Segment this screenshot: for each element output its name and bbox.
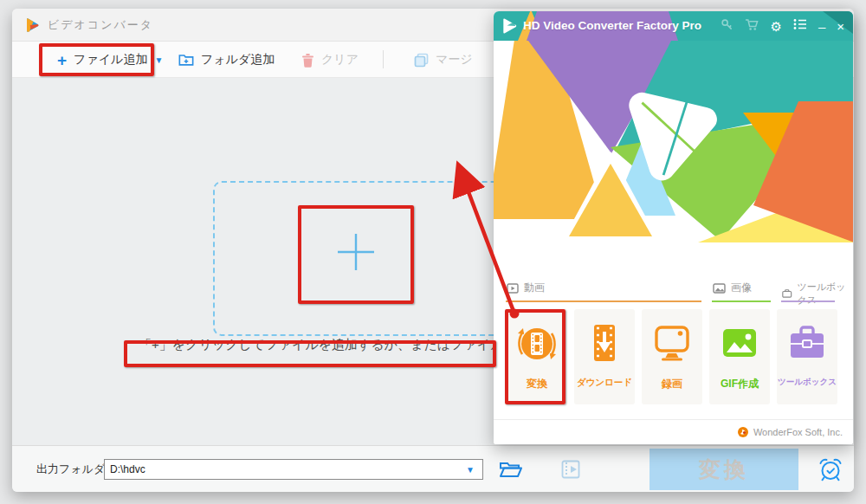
clear-button[interactable]: クリア [301, 44, 359, 75]
left-statusbar: 出力フォルダ: ▼ 変換 [12, 445, 854, 492]
record-icon [649, 320, 695, 368]
merge-label: マージ [436, 52, 473, 68]
desktop: ビデオコンバータ + ファイル追加 ▼ フォルダ追加 [0, 0, 866, 504]
download-icon [581, 320, 628, 368]
window-title: ビデオコンバータ [48, 17, 153, 33]
tile-toolbox-label: ツールボックス [778, 377, 837, 388]
video-tab-icon [507, 283, 519, 294]
tile-convert-label: 変換 [527, 377, 547, 391]
trash-icon [301, 53, 314, 68]
gif-icon [716, 320, 763, 368]
tile-download[interactable]: ダウンロード [574, 309, 635, 404]
film-file-icon [561, 460, 584, 479]
right-footer: WonderFox Soft, Inc. [494, 419, 853, 444]
fox-icon [737, 426, 749, 438]
schedule-button[interactable] [818, 457, 843, 485]
tile-record-label: 録画 [662, 377, 682, 391]
close-icon[interactable]: × [837, 20, 844, 33]
wonderfox-logo-icon [24, 17, 40, 33]
tile-download-label: ダウンロード [577, 377, 632, 389]
toolbar-separator [383, 50, 384, 68]
category-tabs: 動画 画像 ツールボックス [494, 277, 853, 305]
alarm-clock-icon [818, 457, 843, 481]
toolbox-icon [784, 320, 830, 368]
merge-button[interactable]: マージ [414, 44, 473, 75]
wonderfox-logo-icon [501, 17, 518, 35]
plus-icon: + [57, 52, 67, 68]
cart-icon[interactable] [745, 18, 759, 35]
tab-image-label: 画像 [731, 281, 752, 295]
tab-image-underline [712, 300, 771, 302]
combo-caret-icon[interactable]: ▼ [466, 465, 475, 475]
add-folder-label: フォルダ追加 [201, 52, 275, 68]
add-folder-button[interactable]: フォルダ追加 [178, 44, 275, 75]
tile-convert[interactable]: 変換 [507, 309, 567, 404]
hd-converter-factory-window: HD Video Converter Factory Pro ⚙ – × [494, 11, 853, 444]
add-file-plus-icon[interactable] [336, 232, 376, 272]
gear-icon[interactable]: ⚙ [770, 20, 781, 33]
tile-gif-label: GIF作成 [721, 377, 759, 391]
key-icon[interactable] [721, 18, 734, 35]
open-folder-button[interactable] [499, 460, 523, 482]
merge-icon [414, 53, 429, 68]
brand-banner [494, 41, 853, 277]
tab-toolbox[interactable]: ツールボックス [782, 281, 853, 307]
output-path-input[interactable] [104, 459, 483, 480]
tile-toolbox[interactable]: ツールボックス [777, 309, 837, 404]
tab-video-label: 動画 [524, 281, 545, 295]
add-file-label: ファイル追加 [74, 52, 147, 68]
tab-toolbox-label: ツールボックス [798, 281, 854, 307]
right-window-title: HD Video Converter Factory Pro [523, 11, 701, 41]
tile-record[interactable]: 録画 [642, 309, 702, 404]
convert-icon [514, 320, 560, 368]
chevron-down-icon[interactable]: ▼ [154, 55, 163, 65]
convert-start-button[interactable]: 変換 [650, 449, 798, 490]
minimize-icon[interactable]: – [818, 20, 825, 33]
tab-video[interactable]: 動画 [507, 281, 545, 295]
tab-image[interactable]: 画像 [713, 281, 752, 295]
image-tab-icon [713, 283, 726, 294]
preview-file-button[interactable] [561, 460, 584, 482]
clear-label: クリア [321, 52, 359, 68]
add-file-button[interactable]: + ファイル追加 ▼ [57, 44, 163, 75]
tab-video-underline [506, 300, 701, 302]
feature-tiles: 変換 ダウンロード 録画 [494, 309, 853, 404]
menu-list-icon[interactable] [793, 18, 807, 34]
output-folder-label: 出力フォルダ: [36, 446, 108, 493]
folder-open-icon [499, 460, 523, 479]
right-titlebar: HD Video Converter Factory Pro ⚙ – × [494, 11, 853, 41]
tile-gif[interactable]: GIF作成 [709, 309, 770, 404]
folder-add-icon [178, 53, 194, 67]
tab-toolbox-underline [781, 300, 835, 302]
toolbox-tab-icon [782, 288, 792, 299]
company-name: WonderFox Soft, Inc. [753, 427, 843, 437]
